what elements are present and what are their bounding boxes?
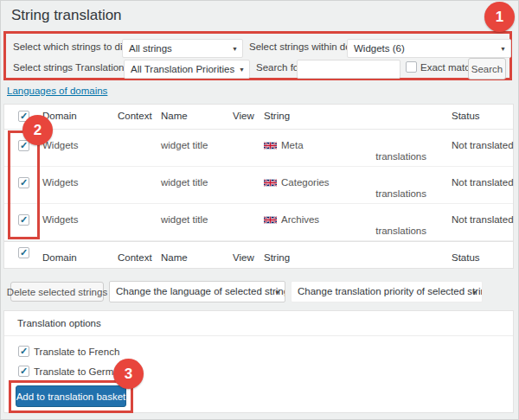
- column-footer-status: Status: [452, 252, 480, 263]
- row-domain: Widgets: [42, 214, 79, 225]
- annotation-step-3-label: 3: [125, 366, 132, 383]
- table-row: Widgets widget title Archives translatio…: [4, 204, 513, 241]
- change-priority-value: Change translation priority of selected …: [298, 286, 483, 296]
- translate-to-french-label: Translate to French: [34, 347, 119, 357]
- search-button[interactable]: Search: [468, 58, 506, 80]
- translate-to-german-label: Translate to German: [34, 366, 125, 377]
- strings-table: Domain Context Name View String Status W…: [3, 104, 514, 269]
- exact-match-checkbox[interactable]: [406, 61, 417, 73]
- table-row: Widgets widget title Categories translat…: [4, 167, 513, 204]
- row-translations-link[interactable]: translations: [340, 188, 426, 199]
- annotation-step-2: 2: [22, 115, 53, 145]
- translate-to-french-checkbox[interactable]: [18, 346, 29, 357]
- languages-of-domains-link[interactable]: Languages of domains: [7, 86, 107, 96]
- translate-to-german-checkbox[interactable]: [18, 366, 29, 377]
- chevron-down-icon: ▼: [274, 290, 280, 296]
- chevron-down-icon: ▼: [239, 67, 245, 73]
- uk-flag-icon: [264, 216, 277, 224]
- row-string: Meta: [281, 140, 304, 150]
- select-all-checkbox-footer[interactable]: [18, 247, 29, 258]
- row-status: Not translated: [452, 214, 514, 225]
- row-name: widget title: [161, 140, 208, 150]
- delete-selected-strings-button[interactable]: Delete selected strings: [10, 282, 104, 302]
- row-name: widget title: [161, 214, 208, 225]
- row-string: Categories: [281, 177, 330, 188]
- column-footer-domain: Domain: [42, 252, 77, 263]
- row-status: Not translated: [452, 177, 514, 188]
- domain-filter-value: Widgets (6): [354, 43, 405, 54]
- row-domain: Widgets: [42, 140, 79, 150]
- display-filter-select[interactable]: All strings ▼: [122, 39, 243, 58]
- column-header-status: Status: [452, 111, 480, 121]
- annotation-step-2-label: 2: [34, 122, 42, 139]
- column-footer-name: Name: [161, 252, 188, 263]
- priority-filter-value: All Translation Priorities: [131, 64, 234, 74]
- column-footer-string: String: [264, 252, 290, 263]
- row-checkbox[interactable]: [18, 214, 29, 226]
- change-priority-select[interactable]: Change translation priority of selected …: [291, 281, 483, 302]
- row-translations-link[interactable]: translations: [340, 151, 426, 162]
- annotation-step-1: 1: [484, 2, 515, 32]
- column-header-string: String: [264, 111, 290, 121]
- change-language-select[interactable]: Change the language of selected strings …: [109, 281, 285, 302]
- column-header-view: View: [233, 111, 254, 121]
- chevron-down-icon: ▼: [500, 46, 506, 52]
- display-filter-value: All strings: [129, 43, 172, 54]
- search-input[interactable]: [297, 60, 400, 79]
- table-header-row: Domain Context Name View String Status: [4, 105, 513, 130]
- exact-match-label: Exact match: [420, 62, 475, 73]
- chevron-down-icon: ▼: [471, 290, 477, 296]
- row-checkbox[interactable]: [18, 177, 29, 188]
- column-footer-context: Context: [118, 252, 152, 263]
- domain-filter-select[interactable]: Widgets (6) ▼: [347, 39, 511, 58]
- table-footer-row: Domain Context Name View String Status: [4, 241, 513, 273]
- add-to-translation-basket-button[interactable]: Add to translation basket: [16, 385, 126, 407]
- table-row: Widgets widget title Meta translations N…: [4, 130, 513, 167]
- priority-filter-select[interactable]: All Translation Priorities ▼: [124, 60, 250, 79]
- row-string: Archives: [281, 214, 319, 225]
- column-header-context: Context: [118, 111, 152, 121]
- row-translations-link[interactable]: translations: [340, 226, 426, 236]
- column-footer-view: View: [233, 252, 254, 263]
- translation-options-title: Translation options: [17, 318, 101, 328]
- uk-flag-icon: [264, 179, 277, 187]
- row-name: widget title: [161, 177, 208, 188]
- change-language-value: Change the language of selected strings: [116, 286, 285, 296]
- string-translation-page: String translation 1 Select which string…: [0, 0, 519, 420]
- table-body: Widgets widget title Meta translations N…: [4, 130, 513, 241]
- annotation-step-3: 3: [113, 359, 144, 389]
- filters-panel: Select which strings to display: All str…: [3, 31, 512, 80]
- annotation-step-1-label: 1: [496, 9, 503, 26]
- row-domain: Widgets: [42, 177, 79, 188]
- chevron-down-icon: ▼: [232, 46, 238, 52]
- row-status: Not translated: [452, 140, 514, 150]
- column-header-name: Name: [161, 111, 188, 121]
- page-title: String translation: [11, 7, 122, 24]
- uk-flag-icon: [264, 142, 277, 150]
